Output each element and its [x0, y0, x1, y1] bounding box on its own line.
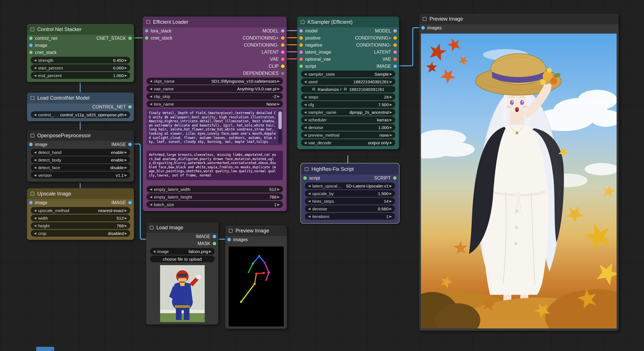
positive-input-port[interactable]: [299, 36, 303, 40]
randomize-seed-button[interactable]: ♻ Randomize / ♻ 188221040391261: [301, 86, 395, 93]
widget-cfg[interactable]: ◀ cfg 7.500 ▶: [301, 101, 395, 108]
increment-arrow-icon[interactable]: ▶: [276, 95, 281, 98]
widget-iterations[interactable]: ◀ iterations 1 ▶: [305, 213, 395, 220]
node-titlebar[interactable]: Load Image: [146, 222, 218, 233]
node-titlebar[interactable]: Control Net Stacker: [27, 24, 134, 35]
minimized-node-bar[interactable]: [36, 347, 54, 351]
decrement-arrow-icon[interactable]: ◀: [307, 215, 311, 218]
decrement-arrow-icon[interactable]: ◀: [307, 192, 311, 195]
increment-arrow-icon[interactable]: ▶: [124, 58, 128, 62]
increment-arrow-icon[interactable]: ▶: [276, 195, 281, 199]
decrement-arrow-icon[interactable]: ◀: [149, 87, 153, 91]
model-input-port[interactable]: [299, 29, 303, 33]
decrement-arrow-icon[interactable]: ◀: [33, 166, 37, 169]
decrement-arrow-icon[interactable]: ◀: [149, 79, 153, 83]
widget-hr-denoise[interactable]: ◀ denoise 0.560 ▶: [305, 205, 395, 212]
negative-prompt-textarea[interactable]: deformed,large breasts,sleeveless, missi…: [147, 151, 283, 180]
widget-strength[interactable]: ◀ strength 0.450 ▶: [31, 57, 130, 64]
widget-control-net-name[interactable]: ◀ control_net_name control_v11p_sd15_ope…: [31, 111, 130, 118]
widget-detect-hand[interactable]: ◀ detect_hand enable ▶: [31, 149, 130, 156]
script-output-port[interactable]: [393, 176, 397, 180]
widget-height[interactable]: ◀ height 768 ▶: [31, 222, 130, 229]
node-titlebar[interactable]: Efficient Loader: [143, 17, 287, 27]
increment-arrow-icon[interactable]: ▶: [208, 250, 212, 253]
decrement-arrow-icon[interactable]: ◀: [303, 141, 307, 145]
decrement-arrow-icon[interactable]: ◀: [303, 126, 307, 129]
collapse-icon[interactable]: [150, 226, 154, 230]
widget-empty-latent-width[interactable]: ◀ empty_latent_width 512 ▶: [147, 186, 283, 193]
decrement-arrow-icon[interactable]: ◀: [149, 95, 153, 98]
dependencies-output-port[interactable]: [281, 71, 285, 75]
widget-seed[interactable]: ◀ seed 188221040391261 ▶: [301, 78, 395, 85]
conditioning-minus-output-port[interactable]: [393, 43, 397, 47]
decrement-arrow-icon[interactable]: ◀: [149, 195, 153, 199]
conditioning-plus-output-port[interactable]: [281, 36, 285, 40]
vae-output-port[interactable]: [393, 57, 397, 61]
increment-arrow-icon[interactable]: ▶: [124, 66, 128, 70]
decrement-arrow-icon[interactable]: ◀: [303, 95, 307, 99]
increment-arrow-icon[interactable]: ▶: [389, 110, 393, 114]
decrement-arrow-icon[interactable]: ◀: [149, 102, 153, 106]
widget-version[interactable]: ◀ version v1.1 ▶: [31, 172, 130, 178]
images-input-port[interactable]: [421, 26, 425, 30]
increment-arrow-icon[interactable]: ▶: [388, 207, 393, 211]
decrement-arrow-icon[interactable]: ◀: [303, 80, 307, 84]
increment-arrow-icon[interactable]: ▶: [124, 216, 128, 220]
choose-file-button[interactable]: choose file to upload: [150, 256, 215, 262]
widget-vae-name[interactable]: ◀ vae_name Anything-V3.0.vae.pt ▶: [147, 85, 283, 92]
positive-prompt-textarea[interactable]: finely detail, Depth of field,(masterpie…: [147, 109, 283, 145]
widget-sampler-name[interactable]: ◀ sampler_name dpmpp_2s_ancestral ▶: [301, 109, 395, 115]
increment-arrow-icon[interactable]: ▶: [388, 184, 393, 188]
increment-arrow-icon[interactable]: ▶: [276, 79, 281, 83]
collapse-icon[interactable]: [423, 17, 427, 21]
images-input-port[interactable]: [227, 238, 231, 241]
widget-scheduler[interactable]: ◀ scheduler karras ▶: [301, 116, 395, 123]
model-output-port[interactable]: [393, 29, 397, 33]
latent-output-port[interactable]: [281, 50, 285, 54]
widget-lora-name[interactable]: ◀ lora_name None ▶: [147, 101, 283, 107]
widget-detect-body[interactable]: ◀ detect_body enable ▶: [31, 156, 130, 163]
increment-arrow-icon[interactable]: ▶: [389, 95, 393, 99]
widget-width[interactable]: ◀ width 512 ▶: [31, 215, 130, 221]
decrement-arrow-icon[interactable]: ◀: [33, 74, 37, 77]
decrement-arrow-icon[interactable]: ◀: [33, 151, 37, 154]
increment-arrow-icon[interactable]: ▶: [388, 215, 393, 218]
widget-detect-face[interactable]: ◀ detect_face disable ▶: [31, 164, 130, 171]
increment-arrow-icon[interactable]: ▶: [124, 166, 128, 169]
decrement-arrow-icon[interactable]: ◀: [152, 250, 156, 253]
decrement-arrow-icon[interactable]: ◀: [33, 224, 37, 228]
image-output-port[interactable]: [393, 64, 397, 68]
increment-arrow-icon[interactable]: ▶: [124, 151, 128, 154]
decrement-arrow-icon[interactable]: ◀: [33, 173, 37, 177]
negative-input-port[interactable]: [299, 43, 303, 47]
collapse-icon[interactable]: [30, 27, 34, 31]
decrement-arrow-icon[interactable]: ◀: [303, 103, 307, 106]
collapse-icon[interactable]: [30, 192, 34, 196]
increment-arrow-icon[interactable]: ▶: [124, 173, 128, 177]
decrement-arrow-icon[interactable]: ◀: [149, 188, 153, 191]
node-titlebar[interactable]: Load ControlNet Model: [27, 93, 134, 103]
widget-clip-skip[interactable]: ◀ clip_skip -2 ▶: [147, 93, 283, 100]
decrement-arrow-icon[interactable]: ◀: [33, 113, 37, 117]
graph-canvas[interactable]: Control Net Stacker control_net CNET_STA…: [0, 0, 644, 351]
model-output-port[interactable]: [281, 29, 285, 33]
widget-crop[interactable]: ◀ crop disabled ▶: [31, 230, 130, 237]
collapse-icon[interactable]: [305, 167, 309, 171]
widget-image-file[interactable]: ◀ image falcon.png ▶: [150, 248, 215, 255]
cnet-stack-input-port[interactable]: [29, 51, 33, 54]
conditioning-minus-output-port[interactable]: [281, 43, 285, 47]
increment-arrow-icon[interactable]: ▶: [388, 192, 393, 195]
increment-arrow-icon[interactable]: ▶: [276, 203, 281, 206]
latent-image-input-port[interactable]: [299, 50, 303, 54]
decrement-arrow-icon[interactable]: ◀: [303, 118, 307, 122]
prompt-scrollbar-thumb[interactable]: [278, 111, 282, 129]
image-input-port[interactable]: [29, 201, 33, 204]
collapse-icon[interactable]: [301, 20, 305, 24]
increment-arrow-icon[interactable]: ▶: [389, 80, 393, 84]
image-input-port[interactable]: [29, 143, 33, 146]
widget-sampler-state[interactable]: ◀ sampler_state Sample ▶: [301, 71, 395, 77]
widget-empty-latent-height[interactable]: ◀ empty_latent_height 768 ▶: [147, 193, 283, 200]
control-net-output-port[interactable]: [128, 105, 132, 109]
increment-arrow-icon[interactable]: ▶: [389, 133, 393, 137]
control-net-input-port[interactable]: [29, 36, 33, 40]
